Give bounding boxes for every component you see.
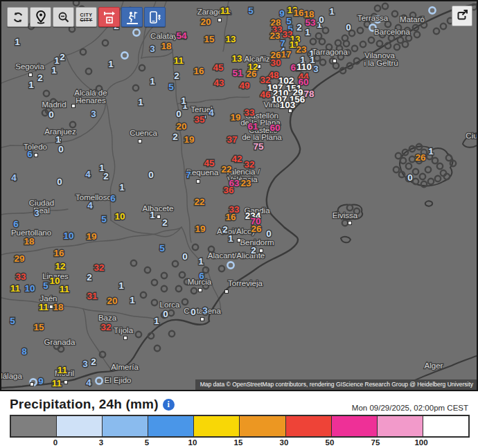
station-value[interactable]: 0 bbox=[266, 229, 272, 239]
station-value[interactable]: 1 bbox=[138, 97, 143, 107]
station-value[interactable]: 32 bbox=[94, 262, 104, 273]
station-value[interactable]: 53 bbox=[305, 17, 316, 28]
station-value[interactable]: 19 bbox=[195, 224, 205, 234]
station-value[interactable]: 45 bbox=[204, 158, 215, 168]
station-value[interactable]: 3 bbox=[91, 109, 96, 119]
station-value[interactable]: 5 bbox=[101, 214, 107, 224]
station-value[interactable]: 29 bbox=[14, 253, 24, 264]
station-value[interactable]: 11 bbox=[220, 6, 231, 16]
station-value[interactable]: 15 bbox=[33, 322, 44, 332]
station-value[interactable]: 20 bbox=[107, 296, 117, 306]
station-value[interactable]: 49 bbox=[239, 80, 249, 91]
station-plots-toggle[interactable] bbox=[98, 7, 120, 27]
info-icon[interactable]: i bbox=[163, 399, 175, 411]
station-value[interactable]: 26 bbox=[415, 152, 426, 163]
station-value[interactable]: 2 bbox=[222, 224, 228, 235]
station-value[interactable]: 1 bbox=[54, 55, 60, 66]
station-value[interactable]: 46 bbox=[260, 89, 271, 100]
station-value[interactable]: 1 bbox=[198, 256, 204, 267]
station-value[interactable]: 42 bbox=[231, 154, 242, 164]
station-value[interactable]: 6 bbox=[13, 219, 19, 229]
station-value[interactable]: 1 bbox=[428, 146, 434, 156]
station-value[interactable]: 20 bbox=[200, 17, 211, 27]
station-value[interactable]: 11 bbox=[52, 378, 62, 388]
station-value[interactable]: 103 bbox=[280, 100, 296, 110]
station-value[interactable]: 1 bbox=[28, 80, 34, 90]
station-value[interactable]: 19 bbox=[184, 134, 194, 145]
station-value[interactable]: 13 bbox=[225, 34, 236, 44]
station-value[interactable]: 10 bbox=[63, 231, 73, 241]
station-value[interactable]: 2 bbox=[172, 132, 178, 142]
outdoor-activity-toggle[interactable] bbox=[121, 7, 143, 27]
station-value[interactable]: 1 bbox=[55, 134, 61, 145]
station-value[interactable]: 20 bbox=[176, 121, 186, 132]
station-value[interactable]: 1 bbox=[150, 76, 155, 87]
station-value[interactable]: 23 bbox=[296, 44, 307, 55]
station-value[interactable]: 110 bbox=[296, 62, 312, 72]
mobile-app-toggle[interactable] bbox=[144, 7, 166, 27]
station-value[interactable]: 5 bbox=[43, 280, 48, 291]
station-value[interactable]: 1 bbox=[15, 37, 20, 47]
station-value[interactable]: 6 bbox=[199, 271, 204, 281]
station-value[interactable]: 23 bbox=[269, 30, 281, 41]
station-value[interactable]: 1 bbox=[119, 182, 125, 192]
zoom-out-button[interactable] bbox=[53, 7, 74, 27]
station-value[interactable]: 5 bbox=[248, 6, 254, 16]
station-value[interactable]: 37 bbox=[227, 134, 237, 145]
station-value[interactable]: 75 bbox=[253, 141, 264, 152]
station-value[interactable]: 1 bbox=[150, 210, 155, 220]
station-value[interactable]: 22 bbox=[221, 164, 231, 174]
station-value[interactable]: 4 bbox=[11, 172, 17, 183]
station-value[interactable]: 36 bbox=[223, 185, 234, 195]
station-value[interactable]: 5 bbox=[168, 82, 174, 92]
map-canvas[interactable]: SegoviaAlcalá deHenaresMadridAranjuezTol… bbox=[0, 0, 478, 391]
station-value[interactable]: 1 bbox=[154, 316, 159, 326]
station-value[interactable]: 3 bbox=[202, 305, 208, 316]
station-value[interactable]: 17 bbox=[281, 49, 291, 60]
station-value[interactable]: 15 bbox=[204, 34, 215, 44]
station-value[interactable]: 1 bbox=[228, 233, 233, 244]
station-value[interactable]: 0 bbox=[163, 309, 168, 319]
station-value[interactable]: 61 bbox=[247, 121, 258, 132]
station-value[interactable]: 1 bbox=[305, 27, 310, 37]
station-value[interactable]: 0 bbox=[148, 170, 154, 180]
station-value[interactable]: 19 bbox=[86, 231, 96, 242]
station-value[interactable]: 1 bbox=[181, 96, 186, 106]
station-value[interactable]: 1 bbox=[118, 280, 124, 291]
station-value[interactable]: 35 bbox=[194, 114, 205, 125]
station-value[interactable]: 1 bbox=[130, 295, 135, 305]
station-value[interactable]: 9 bbox=[38, 376, 44, 386]
station-value[interactable]: 4 bbox=[85, 169, 91, 179]
station-value[interactable]: 54 bbox=[176, 30, 187, 41]
station-value[interactable]: 51 bbox=[232, 68, 243, 78]
station-value[interactable]: 2 bbox=[174, 71, 179, 81]
station-value[interactable]: 0 bbox=[58, 144, 64, 154]
station-value[interactable]: 10 bbox=[114, 211, 125, 222]
station-value[interactable]: 0 bbox=[319, 15, 324, 25]
station-value[interactable]: 26 bbox=[251, 224, 262, 234]
station-value[interactable]: 16 bbox=[193, 66, 204, 76]
station-value[interactable]: 11 bbox=[57, 365, 68, 375]
station-value[interactable]: 45 bbox=[213, 62, 224, 73]
station-value[interactable]: 4 bbox=[209, 107, 214, 118]
station-value[interactable]: 18 bbox=[53, 302, 64, 312]
station-value[interactable]: 2 bbox=[87, 272, 92, 283]
station-value[interactable]: 11 bbox=[39, 302, 49, 312]
station-value[interactable]: 2 bbox=[162, 217, 168, 228]
station-value[interactable]: 31 bbox=[87, 291, 98, 301]
station-value[interactable]: 16 bbox=[293, 8, 304, 18]
share-button[interactable] bbox=[452, 6, 472, 26]
station-value[interactable]: 0 bbox=[48, 109, 54, 120]
station-value[interactable]: 13 bbox=[231, 53, 242, 64]
station-value[interactable]: 4 bbox=[87, 200, 93, 210]
station-value[interactable]: 18 bbox=[24, 236, 35, 247]
station-value[interactable]: 0 bbox=[407, 172, 413, 183]
station-value[interactable]: 7 bbox=[186, 170, 191, 180]
station-value[interactable]: 10 bbox=[49, 276, 60, 286]
station-value[interactable]: 0 bbox=[57, 177, 62, 187]
station-value[interactable]: 16 bbox=[225, 212, 236, 222]
station-value[interactable]: 16 bbox=[53, 248, 64, 258]
station-value[interactable]: 30 bbox=[270, 57, 281, 68]
station-value[interactable]: 32 bbox=[244, 159, 254, 170]
station-value[interactable]: 8 bbox=[21, 346, 27, 357]
